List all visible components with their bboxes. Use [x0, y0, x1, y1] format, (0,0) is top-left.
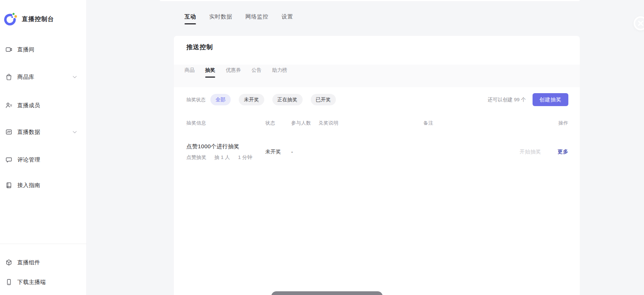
participants-value: -	[291, 149, 318, 155]
start-lottery-action[interactable]: 开始抽奖	[520, 149, 541, 155]
sidebar-item-live-members[interactable]: 直播成员	[5, 101, 77, 110]
sidebar-item-label: 下载主播端	[17, 279, 46, 286]
chevron-down-icon	[73, 76, 77, 78]
push-control-panel: 推送控制 商品 抽奖 优惠券 公告 助力榜 抽奖状态 全部 未开奖 正在抽奖 已…	[174, 36, 580, 295]
more-action[interactable]: 更多	[558, 149, 568, 155]
status-filter-pills: 全部 未开奖 正在抽奖 已开奖	[210, 94, 336, 105]
cube-icon	[5, 259, 13, 266]
sidebar-item-product-library[interactable]: 商品库	[5, 72, 77, 82]
sidebar-item-comment-management[interactable]: 评论管理	[5, 155, 77, 165]
subtab-coupons[interactable]: 优惠券	[226, 67, 241, 78]
tab-settings[interactable]: 设置	[282, 13, 293, 24]
lottery-duration: 1 分钟	[238, 154, 252, 161]
subtab-announcement[interactable]: 公告	[252, 67, 262, 78]
create-lottery-button[interactable]: 创建抽奖	[533, 93, 568, 106]
row-actions: 开始抽奖 更多	[496, 149, 568, 155]
tab-interaction[interactable]: 互动	[185, 13, 196, 24]
app-logo-row: 直播控制台	[5, 12, 54, 27]
subtab-products[interactable]: 商品	[185, 67, 194, 78]
sidebar-item-live-room[interactable]: 直播间	[5, 45, 77, 54]
chart-icon	[5, 128, 13, 136]
app-logo-icon	[4, 12, 18, 26]
filter-label: 抽奖状态	[186, 96, 206, 103]
tab-network-monitor[interactable]: 网络监控	[245, 13, 268, 24]
comment-icon	[5, 156, 13, 163]
lottery-info-cell: 点赞1000个进行抽奖 点赞抽奖 抽 1 人 1 分钟	[186, 143, 265, 161]
subtab-lottery[interactable]: 抽奖	[205, 67, 215, 78]
sidebar: 直播控制台 直播间 商品库	[0, 0, 87, 295]
column-header-participants: 参与人数	[291, 120, 318, 126]
camera-icon	[5, 46, 13, 53]
filter-pill-not-drawn[interactable]: 未开奖	[239, 94, 264, 105]
remaining-quota-text: 还可以创建 99 个	[488, 96, 526, 103]
sidebar-item-label: 评论管理	[17, 156, 40, 163]
filter-pill-all[interactable]: 全部	[210, 94, 231, 105]
lottery-title: 点赞1000个进行抽奖	[186, 143, 265, 150]
scrolled-card-edge	[160, 0, 580, 1]
phone-icon	[5, 278, 13, 286]
subtab-bar: 商品 抽奖 优惠券 公告 助力榜	[174, 65, 580, 87]
app-title: 直播控制台	[22, 15, 54, 23]
tab-realtime-data[interactable]: 实时数据	[209, 13, 232, 24]
panel-title: 推送控制	[186, 43, 213, 51]
lottery-meta: 点赞抽奖 抽 1 人 1 分钟	[186, 154, 265, 161]
column-header-status: 状态	[265, 120, 291, 126]
sidebar-item-live-components[interactable]: 直播组件	[5, 258, 77, 267]
bag-icon	[5, 73, 13, 81]
lottery-filter-row: 抽奖状态 全部 未开奖 正在抽奖 已开奖 还可以创建 99 个 创建抽奖	[186, 93, 568, 106]
sidebar-item-label: 直播组件	[17, 259, 40, 266]
main-tab-bar: 互动 实时数据 网络监控 设置	[185, 13, 293, 24]
column-header-remark: 备注	[423, 120, 496, 126]
sidebar-item-label: 直播间	[17, 46, 35, 53]
sidebar-divider	[0, 244, 87, 244]
column-header-redemption: 兑奖说明	[318, 120, 423, 126]
status-value: 未开奖	[265, 149, 291, 155]
guide-icon	[5, 182, 13, 189]
lottery-type: 点赞抽奖	[186, 154, 206, 161]
close-icon	[638, 20, 644, 26]
toast-notification[interactable]	[271, 291, 383, 295]
sidebar-item-label: 接入指南	[17, 182, 40, 189]
sidebar-item-download-broadcaster[interactable]: 下载主播端	[5, 277, 77, 287]
members-icon	[5, 102, 13, 109]
chevron-down-icon	[73, 131, 77, 133]
table-header-row: 抽奖信息 状态 参与人数 兑奖说明 备注 操作	[186, 118, 568, 129]
close-button[interactable]	[634, 16, 644, 30]
sidebar-item-label: 直播成员	[17, 102, 40, 109]
filter-pill-drawing[interactable]: 正在抽奖	[272, 94, 303, 105]
column-header-lottery-info: 抽奖信息	[186, 120, 265, 126]
sidebar-item-live-data[interactable]: 直播数据	[5, 127, 77, 137]
filter-pill-drawn[interactable]: 已开奖	[311, 94, 336, 105]
table-row: 点赞1000个进行抽奖 点赞抽奖 抽 1 人 1 分钟 未开奖 - 开始抽奖 更…	[186, 139, 568, 165]
subtab-support-ranking[interactable]: 助力榜	[272, 67, 287, 78]
column-header-actions: 操作	[496, 120, 568, 126]
sidebar-item-access-guide[interactable]: 接入指南	[5, 180, 77, 190]
sidebar-item-label: 直播数据	[17, 129, 40, 136]
sidebar-item-label: 商品库	[17, 74, 35, 81]
lottery-winner-count: 抽 1 人	[214, 154, 230, 161]
